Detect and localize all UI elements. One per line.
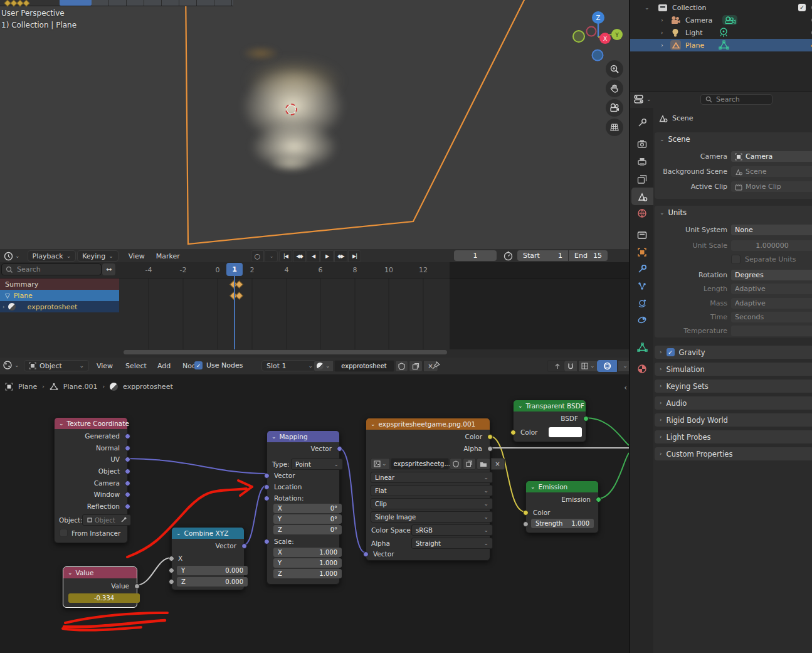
- temperature-dropdown[interactable]: [731, 326, 812, 336]
- filter-toggle-button[interactable]: ↔: [102, 263, 115, 275]
- background-scene-selector[interactable]: Scene: [731, 166, 812, 177]
- current-frame-field[interactable]: 1: [454, 250, 497, 261]
- image-name-field[interactable]: expspritesheetg...: [391, 458, 449, 470]
- rotation-dropdown[interactable]: Degrees: [731, 270, 812, 280]
- axis-y-neg-ball[interactable]: [573, 31, 584, 42]
- tab-object-data-icon[interactable]: [636, 342, 648, 353]
- camera-view-button[interactable]: [606, 99, 623, 117]
- socket-scale-in[interactable]: [264, 539, 270, 544]
- simulation-panel-header[interactable]: › Simulation: [655, 363, 812, 376]
- custom-properties-panel-header[interactable]: › Custom Properties: [655, 447, 812, 460]
- unlink-image-button[interactable]: ×: [491, 458, 505, 470]
- tab-material-icon[interactable]: [636, 363, 648, 374]
- material-name-field[interactable]: expprotosheet: [334, 360, 394, 372]
- rotation-z-field[interactable]: Z0°: [273, 525, 342, 534]
- properties-search-input[interactable]: Search: [700, 94, 772, 105]
- socket-strength-in[interactable]: [523, 521, 529, 527]
- rotation-y-field[interactable]: Y0°: [273, 514, 342, 524]
- channel-search-input[interactable]: Search: [1, 263, 102, 275]
- combine-xyz-node[interactable]: ⌄ Combine XYZ Vector X Y0.000 Z0.000: [171, 527, 245, 590]
- from-instancer-checkbox[interactable]: From Instancer: [60, 529, 120, 537]
- node-header[interactable]: ⌄ Mapping: [267, 431, 339, 442]
- axis-x-neg-ball[interactable]: [587, 27, 596, 36]
- channel-summary[interactable]: Summary: [0, 279, 119, 290]
- view-layer-checkbox[interactable]: ✓: [798, 4, 806, 11]
- playhead-line[interactable]: [234, 275, 235, 349]
- alpha-mode-dropdown[interactable]: Straight⌄: [411, 538, 493, 549]
- editor-type-button[interactable]: ⌄: [1, 252, 23, 261]
- overlays-toggle-button[interactable]: [597, 360, 617, 372]
- overlays-dropdown[interactable]: ⌄: [618, 360, 629, 372]
- tab-collection-icon[interactable]: [636, 229, 648, 240]
- add-menu[interactable]: Add: [152, 361, 176, 371]
- scene-panel-header[interactable]: ⌄ Scene: [655, 132, 812, 146]
- color-space-dropdown[interactable]: sRGB⌄: [411, 524, 493, 536]
- collapse-icon[interactable]: ⌄: [272, 434, 277, 440]
- socket-bsdf-out[interactable]: [583, 416, 589, 422]
- horizontal-scrollbar[interactable]: [124, 350, 447, 354]
- light-probes-panel-header[interactable]: › Light Probes: [655, 430, 812, 443]
- socket-reflection[interactable]: [125, 504, 130, 509]
- tab-physics-icon[interactable]: [636, 297, 648, 309]
- pin-button[interactable]: [431, 361, 441, 370]
- collapse-icon[interactable]: ⌄: [518, 403, 523, 409]
- outliner-row-light[interactable]: › Light: [630, 26, 812, 39]
- object-mode-dropdown[interactable]: Object ⌄: [24, 360, 89, 371]
- expander-icon[interactable]: ⌄: [645, 5, 650, 11]
- socket-vector-in[interactable]: [264, 473, 270, 479]
- current-frame-marker[interactable]: 1: [226, 263, 243, 276]
- shader-node-editor[interactable]: ⌄ Object ⌄ View Select Add Node ✓ Use No…: [0, 358, 629, 653]
- play-reverse-button[interactable]: ◀: [307, 250, 320, 262]
- keying-options-dropdown[interactable]: ⌄: [265, 250, 278, 262]
- jump-to-start-button[interactable]: |◀: [279, 250, 292, 262]
- tab-modifiers-icon[interactable]: [636, 263, 648, 275]
- tab-view-layer-icon[interactable]: [636, 174, 648, 185]
- gravity-checkbox[interactable]: ✓: [667, 348, 675, 356]
- color-swatch[interactable]: [549, 427, 582, 437]
- auto-keying-button[interactable]: ○: [251, 250, 264, 262]
- channel-expprotosheet[interactable]: › expprotosheet: [0, 301, 119, 312]
- keying-menu[interactable]: Keying⌄: [77, 250, 119, 262]
- strength-field[interactable]: Strength1.000: [531, 519, 594, 528]
- socket-emission-out[interactable]: [596, 497, 601, 502]
- unit-scale-field[interactable]: 1.000000: [731, 240, 812, 251]
- value-node[interactable]: ⌄ Value Value -0.334: [63, 566, 137, 608]
- axis-gizmo[interactable]: Z X Y: [567, 6, 627, 69]
- socket-vector-out[interactable]: [337, 446, 342, 452]
- view-menu[interactable]: View: [92, 361, 118, 371]
- scale-x-field[interactable]: X1.000: [273, 548, 342, 557]
- expander-icon[interactable]: ›: [3, 304, 5, 310]
- socket-alpha-out[interactable]: [487, 446, 493, 452]
- node-header[interactable]: ⌄ Combine XYZ: [172, 528, 244, 539]
- 3d-viewport[interactable]: User Perspective 1) Collection | Plane Z…: [0, 0, 629, 250]
- editor-type-button[interactable]: ⌄: [3, 360, 19, 370]
- new-material-button[interactable]: [409, 360, 423, 372]
- socket-rotation-in[interactable]: [264, 496, 270, 501]
- select-menu[interactable]: Select: [120, 361, 152, 371]
- socket-color-out[interactable]: [487, 434, 493, 440]
- socket-normal[interactable]: [125, 445, 130, 451]
- node-header[interactable]: ⌄ expspritesheetgame.png.001: [366, 418, 490, 430]
- tab-particles-icon[interactable]: [636, 280, 648, 292]
- outliner-row-camera[interactable]: › Camera: [630, 14, 812, 26]
- type-dropdown[interactable]: Point ⌄: [291, 459, 343, 470]
- scale-z-field[interactable]: Z1.000: [273, 569, 342, 578]
- play-button[interactable]: ▶: [320, 250, 334, 262]
- socket-color-in[interactable]: [523, 510, 529, 516]
- image-texture-node[interactable]: ⌄ expspritesheetgame.png.001 Color Alpha…: [366, 418, 490, 561]
- prev-keyframe-button[interactable]: ◀◆: [293, 250, 306, 262]
- source-dropdown[interactable]: Single Image⌄: [371, 511, 493, 523]
- end-frame-field[interactable]: End15: [569, 250, 608, 261]
- mass-dropdown[interactable]: Adaptive: [731, 298, 812, 309]
- collapse-icon[interactable]: ⌄: [530, 484, 535, 490]
- rigid-body-world-panel-header[interactable]: › Rigid Body World: [655, 413, 812, 427]
- axis-z-neg-ball[interactable]: [593, 50, 603, 61]
- start-frame-field[interactable]: Start1: [517, 250, 568, 261]
- active-clip-selector[interactable]: Movie Clip: [731, 181, 812, 192]
- outliner-row-plane-selected[interactable]: › Plane ‹: [630, 39, 812, 51]
- region-pullout-arrow[interactable]: ‹: [624, 384, 627, 391]
- camera-selector[interactable]: Camera: [731, 151, 812, 162]
- socket-z-in[interactable]: [169, 579, 174, 585]
- socket-vector-in[interactable]: [363, 551, 369, 557]
- tab-world-icon[interactable]: [636, 208, 648, 219]
